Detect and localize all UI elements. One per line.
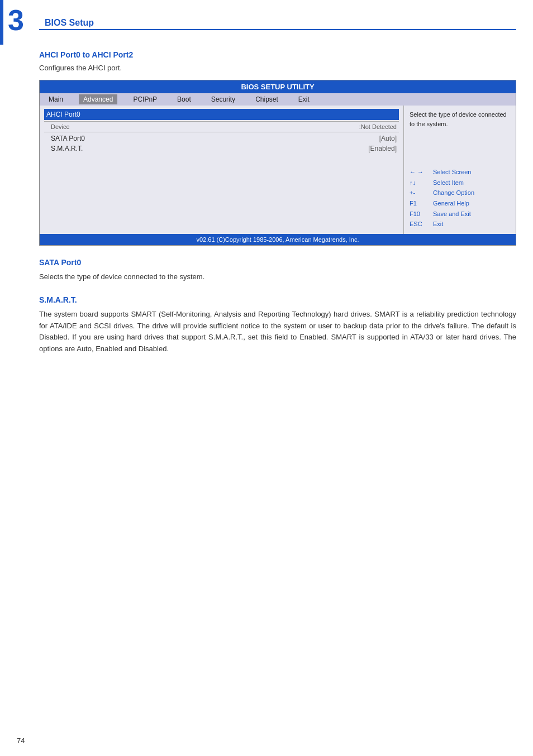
header-title: BIOS Setup [45,18,94,28]
key-row-esc: ESC Exit [410,219,510,229]
key-select-item: Select Item [433,178,464,188]
sata-port0-value: [Auto] [379,135,397,142]
key-row-updown: ↑↓ Select Item [410,178,510,188]
sata-port0-label: SATA Port0 [51,135,379,142]
key-select-screen: Select Screen [433,167,471,178]
smart-section: S.M.A.R.T. The system board supports SMA… [39,295,516,355]
header-line [39,29,516,30]
key-f10: F10 [410,209,429,219]
bios-menu-main[interactable]: Main [44,94,68,104]
smart-value: [Enabled] [368,145,397,152]
key-esc: ESC [410,219,429,229]
key-general-help: General Help [433,198,469,209]
bios-menu-boot[interactable]: Boot [173,94,196,104]
bios-help-text: Select the type of device connected to t… [410,110,510,128]
smart-heading: S.M.A.R.T. [39,295,516,304]
bios-menu-bar: Main Advanced PCIPnP Boot Security Chips… [40,93,516,106]
device-label: Device [51,123,359,130]
bios-utility-box: BIOS SETUP UTILITY Main Advanced PCIPnP … [39,80,516,246]
bios-row-ahci-port0[interactable]: AHCI Port0 [44,109,399,120]
bios-key-help: ← → Select Screen ↑↓ Select Item +- Chan… [410,167,510,229]
main-content: AHCI Port0 to AHCI Port2 Configures the … [39,50,516,367]
key-f1: F1 [410,198,429,209]
bios-footer: v02.61 (C)Copyright 1985-2006, American … [40,234,516,245]
ahci-heading: AHCI Port0 to AHCI Port2 [39,50,516,59]
device-value: :Not Detected [359,123,397,130]
key-updown: ↑↓ [410,178,429,188]
chapter-bar [0,0,3,45]
bios-row-sata-port0[interactable]: SATA Port0 [Auto] [44,133,399,143]
bios-menu-security[interactable]: Security [207,94,240,104]
bios-right-panel: Select the type of device connected to t… [404,106,516,234]
bios-row-device: Device :Not Detected [44,123,399,131]
key-change-option: Change Option [433,188,474,198]
key-arrows: ← → [410,167,429,178]
page-number: 74 [17,736,25,745]
bios-divider-1 [44,121,399,122]
bios-left-panel: AHCI Port0 Device :Not Detected SATA Por… [40,106,404,234]
bios-row-smart[interactable]: S.M.A.R.T. [Enabled] [44,143,399,154]
key-row-arrows: ← → Select Screen [410,167,510,178]
bios-menu-pcipnp[interactable]: PCIPnP [129,94,161,104]
key-save-exit: Save and Exit [433,209,471,219]
bios-menu-chipset[interactable]: Chipset [251,94,283,104]
smart-desc: The system board supports SMART (Self-Mo… [39,309,516,355]
bios-menu-advanced[interactable]: Advanced [79,94,117,104]
smart-label: S.M.A.R.T. [51,145,368,152]
bios-divider-2 [44,132,399,132]
key-plusminus: +- [410,188,429,198]
bios-title-bar: BIOS SETUP UTILITY [40,80,516,93]
ahci-section: AHCI Port0 to AHCI Port2 Configures the … [39,50,516,246]
key-row-f10: F10 Save and Exit [410,209,510,219]
key-row-plusminus: +- Change Option [410,188,510,198]
sata-heading: SATA Port0 [39,258,516,267]
key-row-f1: F1 General Help [410,198,510,209]
bios-menu-exit[interactable]: Exit [294,94,314,104]
bios-body: AHCI Port0 Device :Not Detected SATA Por… [40,106,516,234]
ahci-port0-label: AHCI Port0 [46,111,397,118]
sata-desc: Selects the type of device connected to … [39,271,516,283]
ahci-desc: Configures the AHCI port. [39,64,516,72]
sata-section: SATA Port0 Selects the type of device co… [39,258,516,283]
key-exit: Exit [433,219,443,229]
chapter-number: 3 [8,6,24,35]
